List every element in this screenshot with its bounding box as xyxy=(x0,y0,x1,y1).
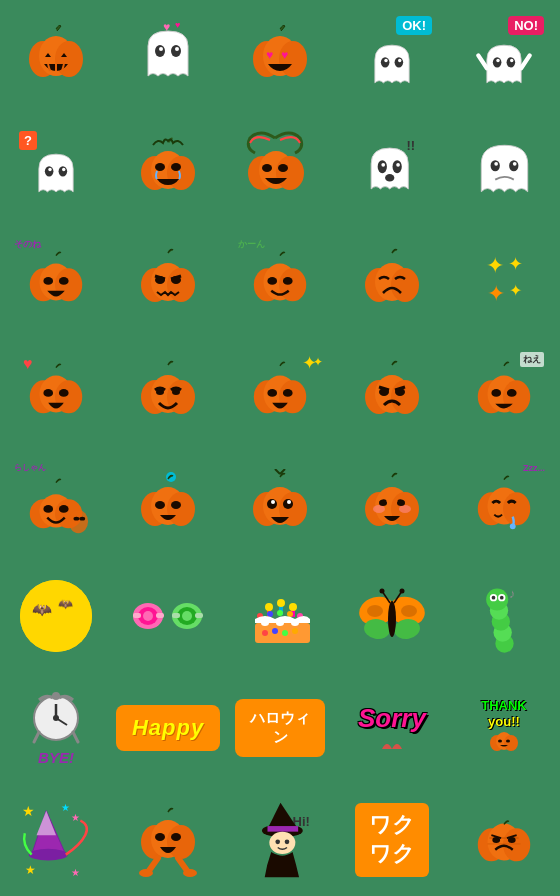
cell-4-0[interactable]: らしゃん xyxy=(0,448,112,560)
sticker-ghost-ok: OK! xyxy=(347,11,437,101)
sticker-pumpkin-heart: ♥ xyxy=(11,347,101,437)
cell-5-1[interactable] xyxy=(112,560,224,672)
cell-0-0[interactable] xyxy=(0,0,112,112)
sticker-halloween-badge: ハロウィン xyxy=(235,683,325,773)
cell-6-2[interactable]: ハロウィン xyxy=(224,672,336,784)
svg-point-204 xyxy=(29,849,68,861)
cell-1-4[interactable] xyxy=(448,112,560,224)
cell-5-4[interactable]: ♪ xyxy=(448,560,560,672)
cell-7-1[interactable] xyxy=(112,784,224,896)
sticker-pumpkin-fist xyxy=(459,795,549,885)
sticker-ghost-droop xyxy=(459,123,549,213)
svg-point-215 xyxy=(183,869,197,877)
svg-point-49 xyxy=(490,160,499,171)
svg-point-72 xyxy=(391,268,419,302)
svg-point-139 xyxy=(143,611,153,621)
svg-point-210 xyxy=(155,833,165,841)
cell-7-2[interactable]: Hi! xyxy=(224,784,336,896)
cell-3-0[interactable]: ♥ xyxy=(0,336,112,448)
cell-3-2[interactable]: ✦ ✦ xyxy=(224,336,336,448)
cell-6-3[interactable]: Sorry xyxy=(336,672,448,784)
sticker-grid: ♥ ♥ ♥ ♥ xyxy=(0,0,560,896)
cell-6-4[interactable]: THANK you!! xyxy=(448,672,560,784)
cell-3-4[interactable]: ねえ xyxy=(448,336,560,448)
svg-point-56 xyxy=(43,277,53,285)
cell-6-0[interactable]: BYE! xyxy=(0,672,112,784)
cell-2-0[interactable]: そのね xyxy=(0,224,112,336)
svg-text:★: ★ xyxy=(25,863,36,876)
svg-point-55 xyxy=(55,268,82,301)
svg-point-37 xyxy=(171,163,181,171)
svg-point-161 xyxy=(291,620,299,626)
svg-point-121 xyxy=(271,500,275,504)
ok-label: OK! xyxy=(396,16,432,35)
svg-point-24 xyxy=(507,57,516,67)
cell-0-3[interactable]: OK! xyxy=(336,0,448,112)
cell-4-1[interactable] xyxy=(112,448,224,560)
sticker-cake xyxy=(235,571,325,661)
sticker-candy xyxy=(123,571,213,661)
svg-text:!!: !! xyxy=(406,137,415,152)
cell-4-3[interactable] xyxy=(336,448,448,560)
cell-0-2[interactable]: ♥ ♥ xyxy=(224,0,336,112)
svg-point-104 xyxy=(59,505,69,513)
cell-1-0[interactable]: ? xyxy=(0,112,112,224)
svg-point-155 xyxy=(277,610,283,616)
sticker-pumpkin-grumpy xyxy=(347,347,437,437)
svg-point-22 xyxy=(398,58,401,61)
sticker-thank-you: THANK you!! xyxy=(459,683,549,773)
cell-1-1[interactable] xyxy=(112,112,224,224)
svg-point-10 xyxy=(155,45,165,57)
svg-point-42 xyxy=(278,164,288,172)
svg-point-134 xyxy=(20,580,92,652)
svg-point-20 xyxy=(395,57,404,67)
svg-point-86 xyxy=(267,389,277,397)
svg-point-2 xyxy=(55,41,83,77)
cell-7-3[interactable]: ワク ワク xyxy=(336,784,448,896)
svg-point-127 xyxy=(399,505,411,513)
sticker-pumpkin-sad xyxy=(347,235,437,325)
sticker-sorry-badge: Sorry xyxy=(347,683,437,773)
svg-point-225 xyxy=(503,828,530,861)
cell-3-3[interactable] xyxy=(336,336,448,448)
cell-2-1[interactable] xyxy=(112,224,224,336)
svg-point-45 xyxy=(392,160,401,173)
sticker-sparkles: ✦ ✦ ✦ ✦ xyxy=(459,235,549,325)
cell-5-2[interactable] xyxy=(224,560,336,672)
cell-0-4[interactable]: NO! xyxy=(448,0,560,112)
svg-text:★: ★ xyxy=(71,812,80,823)
sticker-pumpkin-basic xyxy=(11,11,101,101)
cell-2-2[interactable]: かーん xyxy=(224,224,336,336)
cell-4-2[interactable] xyxy=(224,448,336,560)
cell-7-0[interactable]: ★ ★ ★ ★ ★ xyxy=(0,784,112,896)
cell-0-1[interactable]: ♥ ♥ xyxy=(112,0,224,112)
svg-point-113 xyxy=(171,501,181,509)
svg-point-154 xyxy=(267,611,273,617)
cell-1-3[interactable]: !! xyxy=(336,112,448,224)
cell-2-3[interactable] xyxy=(336,224,448,336)
sticker-pumpkin-split xyxy=(235,459,325,549)
svg-point-93 xyxy=(379,388,389,396)
cell-2-4[interactable]: ✦ ✦ ✦ ✦ xyxy=(448,224,560,336)
cell-4-4[interactable]: Zzz... xyxy=(448,448,560,560)
cell-6-1[interactable]: Happy xyxy=(112,672,224,784)
cell-5-0[interactable]: 🦇 🦇 xyxy=(0,560,112,672)
cell-3-1[interactable] xyxy=(112,336,224,448)
sticker-pumpkin-dance xyxy=(123,795,213,885)
svg-point-150 xyxy=(277,599,285,607)
cell-5-3[interactable] xyxy=(336,560,448,672)
svg-point-175 xyxy=(380,589,385,594)
svg-rect-146 xyxy=(172,613,180,618)
svg-line-191 xyxy=(34,732,39,742)
svg-rect-145 xyxy=(195,613,203,618)
svg-point-164 xyxy=(282,630,288,636)
svg-point-51 xyxy=(494,162,498,166)
sticker-happy-badge: Happy xyxy=(123,683,213,773)
sticker-party: ★ ★ ★ ★ ★ xyxy=(11,795,101,885)
cell-1-2[interactable] xyxy=(224,112,336,224)
svg-line-192 xyxy=(73,732,78,742)
svg-point-48 xyxy=(385,174,394,181)
cell-7-4[interactable] xyxy=(448,784,560,896)
svg-point-50 xyxy=(509,160,518,171)
svg-rect-141 xyxy=(133,613,141,618)
